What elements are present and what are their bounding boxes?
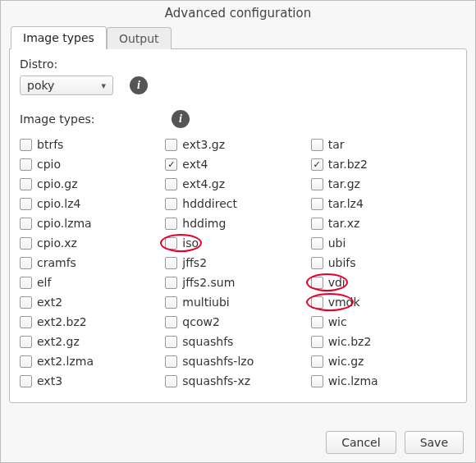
checkbox-label[interactable]: cpio.gz [37, 177, 77, 190]
checkbox-wic-bz2[interactable] [311, 336, 323, 348]
checkbox-multiubi[interactable] [165, 296, 177, 309]
checkbox-tar-lz4[interactable] [311, 198, 323, 210]
checkbox-vmdk[interactable] [311, 296, 323, 309]
checkbox-ext2[interactable] [20, 296, 32, 309]
checkbox-label[interactable]: cramfs [37, 256, 76, 269]
checkbox-hddimg[interactable] [165, 218, 177, 230]
checkbox-label[interactable]: squashfs-lzo [182, 355, 254, 368]
checkbox-label[interactable]: ext3.gz [182, 138, 225, 151]
checkbox-ext3-gz[interactable] [165, 139, 177, 151]
checkbox-squashfs-xz[interactable] [165, 375, 177, 387]
info-icon[interactable]: i [172, 110, 190, 128]
checkbox-label[interactable]: ext2 [37, 296, 62, 309]
checkbox-cpio-lzma[interactable] [20, 218, 32, 230]
checkbox-row-cpio: cpio [20, 154, 165, 174]
checkbox-label[interactable]: hddimg [182, 217, 226, 230]
checkbox-cpio[interactable] [20, 158, 32, 171]
checkbox-row-ext4: ext4 [165, 154, 310, 174]
checkbox-ext2-bz2[interactable] [20, 316, 32, 328]
checkbox-ext4[interactable] [165, 158, 177, 171]
checkbox-label[interactable]: vdi [328, 276, 346, 289]
checkbox-label[interactable]: hdddirect [182, 197, 237, 210]
checkbox-label[interactable]: ext2.gz [37, 335, 80, 348]
checkbox-tar-bz2[interactable] [311, 158, 323, 171]
checkbox-row-elf: elf [20, 273, 165, 292]
checkbox-label[interactable]: cpio.lzma [37, 217, 92, 230]
checkbox-ext3[interactable] [20, 375, 32, 387]
distro-select[interactable]: poky ▾ [20, 76, 113, 95]
checkbox-wic-lzma[interactable] [311, 375, 323, 387]
checkbox-label[interactable]: tar [328, 138, 345, 151]
image-types-columns: btrfscpiocpio.gzcpio.lz4cpio.lzmacpio.xz… [20, 135, 456, 391]
checkbox-hdddirect[interactable] [165, 198, 177, 210]
checkbox-label[interactable]: ubi [328, 236, 346, 250]
checkbox-label[interactable]: iso [182, 236, 199, 250]
checkbox-row-vmdk: vmdk [311, 292, 456, 312]
checkbox-label[interactable]: tar.bz2 [328, 158, 368, 171]
tab-image-types[interactable]: Image types [11, 26, 107, 49]
checkbox-label[interactable]: ext2.bz2 [37, 315, 87, 328]
checkbox-row-wic-lzma: wic.lzma [311, 371, 456, 391]
checkbox-label[interactable]: wic [328, 315, 347, 328]
tab-bar: Image types Output [11, 24, 467, 48]
checkbox-row-ext3: ext3 [20, 371, 165, 391]
distro-label: Distro: [20, 57, 456, 71]
checkbox-vdi[interactable] [311, 277, 323, 289]
checkbox-wic-gz[interactable] [311, 355, 323, 368]
column-1: btrfscpiocpio.gzcpio.lz4cpio.lzmacpio.xz… [20, 135, 165, 391]
checkbox-row-jffs2-sum: jffs2.sum [165, 273, 310, 292]
checkbox-label[interactable]: ext4.gz [182, 177, 225, 190]
checkbox-label[interactable]: wic.gz [328, 355, 364, 368]
info-icon[interactable]: i [130, 76, 148, 94]
checkbox-label[interactable]: jffs2 [182, 256, 207, 269]
checkbox-ubi[interactable] [311, 237, 323, 250]
checkbox-iso[interactable] [165, 237, 177, 250]
checkbox-label[interactable]: jffs2.sum [182, 276, 235, 289]
checkbox-label[interactable]: wic.lzma [328, 374, 378, 387]
checkbox-label[interactable]: tar.gz [328, 177, 360, 190]
checkbox-label[interactable]: wic.bz2 [328, 335, 372, 348]
checkbox-label[interactable]: vmdk [328, 296, 360, 309]
checkbox-jffs2[interactable] [165, 257, 177, 269]
checkbox-cpio-xz[interactable] [20, 237, 32, 250]
cancel-button[interactable]: Cancel [326, 431, 396, 454]
checkbox-ext2-lzma[interactable] [20, 355, 32, 368]
checkbox-row-hddimg: hddimg [165, 213, 310, 233]
save-button-label: Save [420, 436, 448, 449]
checkbox-label[interactable]: squashfs [182, 335, 233, 348]
checkbox-ext2-gz[interactable] [20, 336, 32, 348]
checkbox-ubifs[interactable] [311, 257, 323, 269]
checkbox-tar[interactable] [311, 139, 323, 151]
checkbox-jffs2-sum[interactable] [165, 277, 177, 289]
checkbox-row-cramfs: cramfs [20, 253, 165, 273]
checkbox-qcow2[interactable] [165, 316, 177, 328]
checkbox-label[interactable]: tar.xz [328, 217, 360, 230]
checkbox-ext4-gz[interactable] [165, 178, 177, 190]
checkbox-elf[interactable] [20, 277, 32, 289]
checkbox-cpio-lz4[interactable] [20, 198, 32, 210]
checkbox-label[interactable]: cpio.xz [37, 236, 77, 250]
checkbox-label[interactable]: ext3 [37, 374, 62, 387]
tab-output[interactable]: Output [107, 27, 172, 49]
checkbox-wic[interactable] [311, 316, 323, 328]
checkbox-cramfs[interactable] [20, 257, 32, 269]
checkbox-label[interactable]: ext2.lzma [37, 355, 94, 368]
image-types-label: Image types: [20, 112, 172, 126]
checkbox-label[interactable]: multiubi [182, 296, 229, 309]
checkbox-label[interactable]: elf [37, 276, 51, 289]
checkbox-tar-xz[interactable] [311, 218, 323, 230]
checkbox-label[interactable]: qcow2 [182, 315, 220, 328]
checkbox-label[interactable]: cpio.lz4 [37, 197, 80, 210]
checkbox-label[interactable]: cpio [37, 158, 61, 171]
checkbox-label[interactable]: squashfs-xz [182, 374, 250, 387]
checkbox-squashfs[interactable] [165, 336, 177, 348]
checkbox-label[interactable]: tar.lz4 [328, 197, 364, 210]
checkbox-label[interactable]: btrfs [37, 138, 63, 151]
checkbox-squashfs-lzo[interactable] [165, 355, 177, 368]
checkbox-cpio-gz[interactable] [20, 178, 32, 190]
checkbox-btrfs[interactable] [20, 139, 32, 151]
checkbox-label[interactable]: ubifs [328, 256, 356, 269]
checkbox-tar-gz[interactable] [311, 178, 323, 190]
save-button[interactable]: Save [405, 431, 464, 454]
checkbox-label[interactable]: ext4 [182, 158, 208, 171]
